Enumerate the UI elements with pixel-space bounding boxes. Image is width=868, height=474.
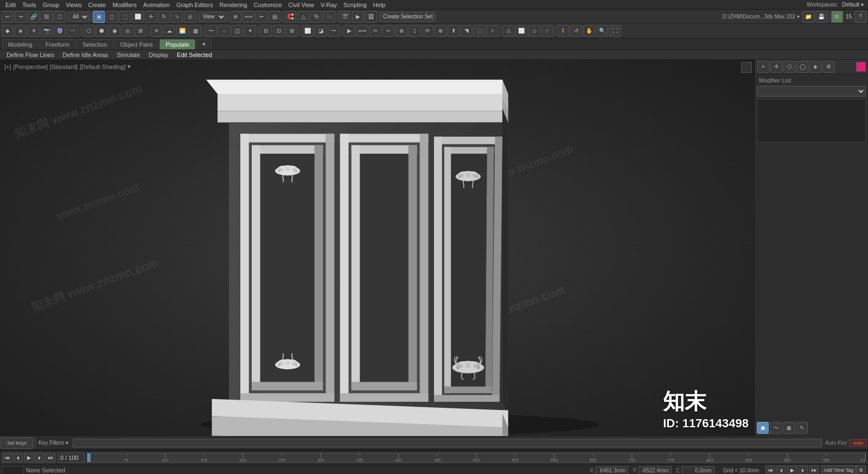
select-name-btn[interactable]: ◻ bbox=[106, 11, 118, 23]
tab-populate[interactable]: Populate bbox=[159, 39, 195, 49]
connect-btn[interactable]: ⤵ bbox=[409, 25, 420, 37]
orbit-btn[interactable]: ↺ bbox=[570, 25, 582, 37]
detach-btn[interactable]: ✁ bbox=[382, 25, 394, 37]
tab-object-paint[interactable]: Object Paint bbox=[114, 39, 159, 49]
angle-snap-btn[interactable]: △ bbox=[297, 11, 309, 23]
create-space-warp-btn[interactable]: 〰 bbox=[67, 25, 79, 37]
tab-selection[interactable]: Selection bbox=[76, 39, 113, 49]
coord-system-dropdown[interactable]: View bbox=[199, 12, 226, 22]
attach-btn[interactable]: ✂ bbox=[369, 25, 381, 37]
status-next[interactable]: ⏵ bbox=[798, 465, 808, 474]
spinner-snap-btn[interactable]: ↑↓ bbox=[323, 11, 335, 23]
go-start-btn[interactable]: ⏮ bbox=[2, 453, 12, 463]
menu-animation[interactable]: Animation bbox=[140, 1, 173, 9]
grid-show-btn[interactable]: ▦ bbox=[189, 25, 201, 37]
clouds-btn[interactable]: ☁ bbox=[163, 25, 175, 37]
panel-display-btn[interactable]: ◈ bbox=[809, 61, 821, 73]
bridge-btn[interactable]: ⊦ bbox=[487, 25, 499, 37]
tab-more[interactable]: ▾ bbox=[196, 39, 212, 49]
advanced-btn[interactable]: ▶ bbox=[343, 25, 355, 37]
color-swatch[interactable] bbox=[856, 62, 866, 72]
scale-btn[interactable]: ⤡ bbox=[171, 11, 183, 23]
play-btn[interactable]: ▶ bbox=[24, 453, 34, 463]
mograph-btn[interactable]: ◫ bbox=[231, 25, 243, 37]
panel-tab-modify[interactable]: ▣ bbox=[757, 422, 769, 434]
panel-tab-curve[interactable]: 〜 bbox=[770, 422, 782, 434]
align-btn[interactable]: ⊢ bbox=[256, 11, 267, 23]
keyframe-area[interactable] bbox=[73, 439, 822, 447]
menu-create[interactable]: Create bbox=[85, 1, 109, 9]
panel-utilities-btn[interactable]: ⚙ bbox=[822, 61, 834, 73]
create-camera-btn[interactable]: 📷 bbox=[41, 25, 53, 37]
menu-views[interactable]: Views bbox=[62, 1, 85, 9]
env-btn[interactable]: 🌅 bbox=[176, 25, 188, 37]
flip-normals-btn[interactable]: ↕ bbox=[541, 25, 553, 37]
walk-through-btn[interactable]: 🚶 bbox=[557, 25, 569, 37]
status-prev[interactable]: ⏴ bbox=[776, 465, 786, 474]
render-btn[interactable]: ▶ bbox=[352, 11, 364, 23]
sun-btn[interactable]: ☀ bbox=[150, 25, 162, 37]
mini-timeline[interactable] bbox=[2, 466, 24, 474]
loop-btn[interactable]: ⟳ bbox=[422, 25, 433, 37]
mirror-btn[interactable]: ⟺ bbox=[242, 11, 254, 23]
ring-btn[interactable]: ⊗ bbox=[435, 25, 446, 37]
boolean-btn[interactable]: ⊕ bbox=[395, 25, 407, 37]
viewport-options-arrow[interactable]: ▾ bbox=[127, 63, 131, 70]
filter-dropdown[interactable]: All bbox=[69, 12, 90, 22]
menu-group[interactable]: Group bbox=[40, 1, 63, 9]
viewport-quad-btn[interactable]: ⊞ bbox=[286, 25, 298, 37]
viewport-perspective[interactable]: [Perspective] bbox=[14, 64, 48, 70]
percent-snap-btn[interactable]: % bbox=[310, 11, 322, 23]
open-slate-btn[interactable]: ⬜ bbox=[302, 25, 314, 37]
shaded-btn[interactable]: ⬢ bbox=[95, 25, 107, 37]
menu-scripting[interactable]: Scripting bbox=[340, 1, 370, 9]
render-frame-btn[interactable]: 🖼 bbox=[365, 11, 377, 23]
hair-btn[interactable]: 〜 bbox=[205, 25, 217, 37]
create-light-btn[interactable]: ☀ bbox=[28, 25, 40, 37]
maximize-btn[interactable]: ⛶ bbox=[609, 25, 621, 37]
layer-btn[interactable]: ▤ bbox=[269, 11, 280, 23]
menu-rendering[interactable]: Rendering bbox=[216, 1, 251, 9]
viewport-options-btn[interactable]: ⊞ bbox=[135, 25, 146, 37]
menu-edit[interactable]: Edit bbox=[2, 1, 19, 9]
panel-tab-edit[interactable]: ✎ bbox=[796, 422, 808, 434]
create-helper-btn[interactable]: 🔮 bbox=[54, 25, 66, 37]
panel-transform-btn[interactable]: ✛ bbox=[770, 61, 782, 73]
frame-display[interactable]: 0 / 100 bbox=[58, 453, 85, 463]
wireframe-btn[interactable]: ⬡ bbox=[82, 25, 94, 37]
select-open-btn[interactable]: ⬜ bbox=[515, 25, 527, 37]
create-selection-set-btn[interactable]: Create Selection Set bbox=[380, 12, 436, 22]
set-keys-btn[interactable]: Set Keys bbox=[1, 437, 33, 449]
xview-btn[interactable]: ⚠ bbox=[502, 25, 514, 37]
submenu-simulate[interactable]: Simulate bbox=[112, 51, 144, 59]
chamfer-btn[interactable]: ◥ bbox=[461, 25, 473, 37]
open-file-btn[interactable]: 📁 bbox=[802, 11, 814, 23]
status-go-start[interactable]: ⏮ bbox=[765, 465, 775, 474]
status-play[interactable]: ▶ bbox=[787, 465, 797, 474]
x-value[interactable]: 6461.3mm bbox=[596, 466, 628, 474]
modifier-list-dropdown[interactable] bbox=[757, 86, 866, 97]
tab-freeform[interactable]: Freeform bbox=[40, 39, 76, 49]
bind-space-btn[interactable]: ⬡ bbox=[54, 11, 66, 23]
viewport[interactable]: [+] [Perspective] [Standard] [Default Sh… bbox=[0, 60, 754, 436]
menu-help[interactable]: Help bbox=[370, 1, 389, 9]
add-time-tag-btn[interactable]: Add Time Tag bbox=[821, 465, 856, 474]
viewport-plus[interactable]: [+] bbox=[4, 64, 11, 70]
select-filter-btn[interactable]: ⬜ bbox=[132, 11, 144, 23]
create-shape-btn[interactable]: ◈ bbox=[15, 25, 27, 37]
y-value[interactable]: -6522.4mm bbox=[639, 466, 672, 474]
submenu-edit-selected[interactable]: Edit Selected bbox=[173, 51, 216, 59]
status-go-end[interactable]: ⏭ bbox=[809, 465, 819, 474]
select-nonmanifold-btn[interactable]: ◇ bbox=[528, 25, 540, 37]
next-frame-btn[interactable]: ⏵ bbox=[35, 453, 44, 463]
undo-btn[interactable]: ↩ bbox=[2, 11, 14, 23]
menu-vray[interactable]: V-Ray bbox=[317, 1, 340, 9]
edged-btn[interactable]: ◎ bbox=[122, 25, 133, 37]
timeline-scrubber[interactable]: 0 5 10 15 20 25 30 35 40 45 50 55 60 bbox=[87, 453, 866, 463]
redo-btn[interactable]: ↪ bbox=[15, 11, 27, 23]
material-editor-btn[interactable]: ◪ bbox=[315, 25, 327, 37]
viewport-single-btn[interactable]: ⊡ bbox=[273, 25, 285, 37]
pivot-btn[interactable]: ⊕ bbox=[229, 11, 241, 23]
save-file-btn[interactable]: 💾 bbox=[815, 11, 827, 23]
select-region-btn[interactable]: ⬚ bbox=[119, 11, 131, 23]
